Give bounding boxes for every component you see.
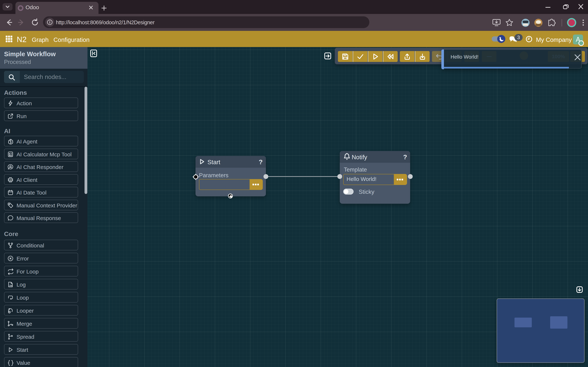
svg-text:LOG: LOG bbox=[8, 284, 13, 287]
svg-text:AI: AI bbox=[9, 179, 12, 181]
